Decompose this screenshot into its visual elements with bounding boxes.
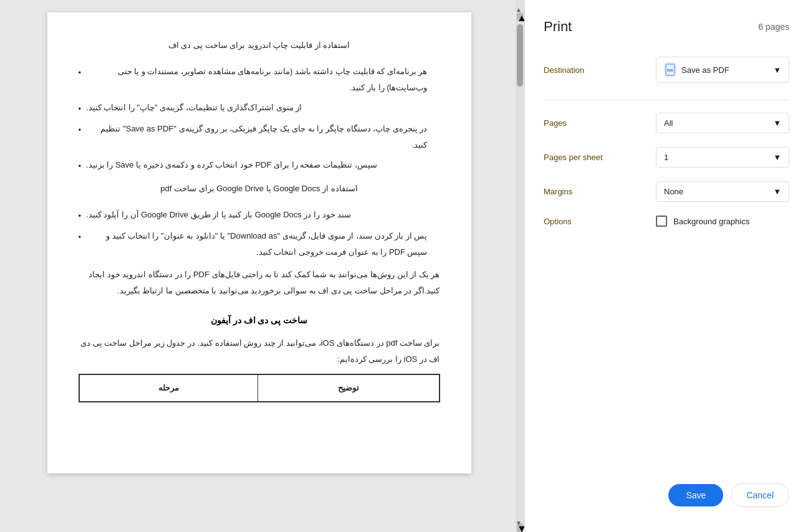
- document-preview-panel: ▲ استفاده از قابلیت چاپ اندروید برای ساخ…: [0, 0, 524, 532]
- margins-select[interactable]: None ▼: [656, 181, 789, 202]
- pdf-icon: PDF: [664, 62, 676, 77]
- table-header-row: توضیح مرحله: [79, 375, 439, 402]
- pages-per-sheet-control: 1 ▼: [656, 147, 789, 168]
- doc-heading2: ساخت پی دی اف در آیفون: [79, 311, 440, 329]
- doc-bullet-1-text: هر برنامه‌ای که قابلیت چاپ داشته باشد (م…: [86, 64, 427, 96]
- doc-bullet-2: • از منوی اشتراک‌گذاری یا تنظیمات، گزینه…: [79, 100, 440, 117]
- doc-line9: هر یک از این روش‌ها می‌توانند به شما کمک…: [79, 267, 440, 299]
- pages-per-sheet-select[interactable]: 1 ▼: [656, 147, 789, 168]
- background-graphics-option: Background graphics: [656, 216, 749, 227]
- doc-bullet-5-text: سند خود را در Google Docs باز کنید یا از…: [86, 207, 351, 224]
- print-pages-count: 6 pages: [758, 22, 789, 32]
- document-scroll-area[interactable]: استفاده از قابلیت چاپ اندروید برای ساخت …: [0, 6, 524, 526]
- doc-bullet-6: • پس از باز کردن سند، از منوی فایل، گزین…: [79, 228, 440, 260]
- margins-control: None ▼: [656, 181, 789, 202]
- pages-per-sheet-label: Pages per sheet: [544, 153, 643, 162]
- options-row: Options Background graphics: [544, 216, 789, 227]
- doc-bullet-2-text: از منوی اشتراک‌گذاری یا تنظیمات، گزینه‌ی…: [86, 100, 302, 117]
- doc-table: توضیح مرحله: [79, 374, 440, 402]
- spacer: [544, 240, 789, 483]
- document-page-1: استفاده از قابلیت چاپ اندروید برای ساخت …: [47, 12, 471, 473]
- pages-row: Pages All ▼: [544, 113, 789, 133]
- background-graphics-checkbox[interactable]: [656, 216, 667, 227]
- pages-label: Pages: [544, 118, 643, 128]
- margins-row: Margins None ▼: [544, 181, 789, 202]
- doc-line1: استفاده از قابلیت چاپ اندروید برای ساخت …: [79, 37, 440, 54]
- scrollbar-thumb[interactable]: [517, 24, 523, 87]
- destination-row: Destination PDF Save as PDF ▼: [544, 57, 789, 83]
- doc-bullet-4: • سپس، تنظیمات صفحه را برای PDF خود انتخ…: [79, 157, 440, 174]
- doc-bullet-5: • سند خود را در Google Docs باز کنید یا …: [79, 207, 440, 224]
- margins-arrow: ▼: [773, 187, 781, 196]
- print-header: Print 6 pages: [544, 19, 789, 35]
- svg-text:PDF: PDF: [667, 69, 673, 72]
- doc-bullet-3: • در پنجره‌ی چاپ، دستگاه چاپگر را به جای…: [79, 121, 440, 153]
- scroll-up-arrow[interactable]: ▲: [514, 3, 523, 16]
- margins-value: None: [664, 187, 683, 196]
- pages-select[interactable]: All ▼: [656, 113, 789, 133]
- bottom-buttons: Save Cancel: [544, 483, 789, 513]
- background-graphics-label: Background graphics: [673, 217, 749, 226]
- doc-bullet-1: • هر برنامه‌ای که قابلیت چاپ داشته باشد …: [79, 64, 440, 96]
- scrollbar-track[interactable]: ▲ ▼: [516, 0, 524, 532]
- destination-control: PDF Save as PDF ▼: [656, 57, 789, 83]
- print-panel: Print 6 pages Destination PDF Save as PD…: [524, 0, 808, 532]
- pages-arrow: ▼: [773, 118, 781, 128]
- doc-bullet-4-text: سپس، تنظیمات صفحه را برای PDF خود انتخاب…: [86, 157, 377, 174]
- pages-control: All ▼: [656, 113, 789, 133]
- divider-1: [544, 100, 789, 100]
- doc-table-container: توضیح مرحله: [79, 374, 440, 402]
- scroll-down-arrow[interactable]: ▼: [514, 516, 523, 529]
- table-col2-header: توضیح: [257, 375, 439, 402]
- destination-value: Save as PDF: [681, 65, 729, 75]
- destination-inner: PDF Save as PDF: [664, 62, 729, 77]
- pages-per-sheet-value: 1: [664, 153, 668, 162]
- print-title: Print: [544, 19, 572, 35]
- pages-value: All: [664, 118, 673, 128]
- destination-select[interactable]: PDF Save as PDF ▼: [656, 57, 789, 83]
- pages-per-sheet-arrow: ▼: [773, 153, 781, 162]
- doc-line10: برای ساخت pdf در دستگاه‌های iOS، می‌توان…: [79, 335, 440, 368]
- doc-bullet-6-text: پس از باز کردن سند، از منوی فایل، گزینه‌…: [86, 228, 427, 260]
- save-button[interactable]: Save: [668, 484, 723, 506]
- doc-line6: استفاده از Google Docs یا Google Drive ب…: [79, 181, 440, 197]
- pages-per-sheet-row: Pages per sheet 1 ▼: [544, 147, 789, 168]
- destination-label: Destination: [544, 65, 643, 75]
- margins-label: Margins: [544, 187, 643, 196]
- destination-arrow: ▼: [773, 65, 781, 75]
- options-label: Options: [544, 217, 643, 226]
- table-col1-header: مرحله: [79, 375, 257, 402]
- doc-bullet-3-text: در پنجره‌ی چاپ، دستگاه چاپگر را به جای ی…: [86, 121, 427, 153]
- cancel-button[interactable]: Cancel: [731, 483, 789, 507]
